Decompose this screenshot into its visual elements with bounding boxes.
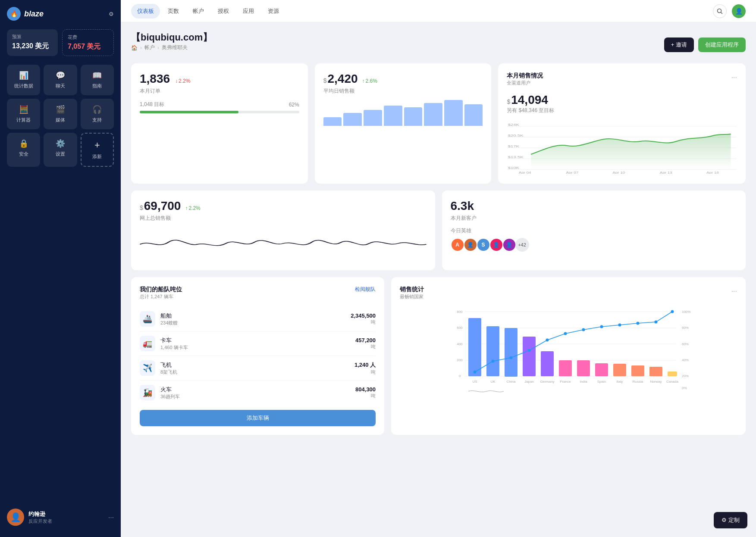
heroes-more: +42 [515, 238, 529, 252]
dot-uk [492, 360, 495, 363]
logo-area: 🔥 blaze ⚙ [7, 7, 114, 21]
new-customers-value: 6.3k [451, 199, 474, 213]
fleet-title: 我们的船队吨位 [140, 286, 182, 293]
dot-france [564, 332, 567, 335]
user-menu-icon[interactable]: ⋯ [108, 514, 114, 521]
monthly-remaining: 另有 $48,346 至目标 [507, 107, 737, 114]
wave-decoration [468, 391, 504, 392]
svg-text:$13.5K: $13.5K [508, 155, 524, 159]
train-icon: 🚂 [140, 385, 155, 400]
svg-text:40%: 40% [682, 358, 689, 362]
tab-pages[interactable]: 页数 [162, 4, 185, 19]
sales-chart-header: 销售统计 最畅销国家 ... [400, 286, 737, 300]
svg-text:200: 200 [457, 358, 463, 362]
add-label: 添新 [92, 153, 102, 160]
svg-text:Apr 04: Apr 04 [519, 171, 531, 174]
user-footer: 👤 约翰逊 反应开发者 ⋯ [7, 504, 114, 530]
svg-text:France: France [560, 380, 571, 384]
orders-value: 1,836 [140, 72, 170, 86]
sidebar-item-support[interactable]: 🎧 支持 [81, 99, 114, 129]
dot-canada [671, 310, 674, 313]
bottom-grid: 我们的船队吨位 总计 1,247 辆车 检阅舰队 🚢 船舶 234艘艘 2,34… [131, 277, 746, 435]
page-title: 【biqubiqu.com】 🏠 › 帐户 › 奥弗维耶夫 [131, 31, 212, 58]
breadcrumb-accounts: 帐户 [144, 44, 155, 51]
sidebar-item-stats[interactable]: 📊 统计数据 [7, 65, 40, 95]
user-role: 反应开发者 [28, 518, 104, 525]
svg-text:$10K: $10K [508, 166, 520, 170]
top-nav-right: 👤 [713, 4, 746, 18]
tab-resources[interactable]: 资源 [262, 4, 285, 19]
hero-1: A [451, 238, 464, 252]
logo-icon: 🔥 [7, 7, 21, 21]
tab-auth[interactable]: 授权 [212, 4, 235, 19]
dot-russia [637, 322, 640, 325]
bar-russia [631, 365, 644, 376]
sidebar-item-security[interactable]: 🔒 安全 [7, 133, 40, 167]
svg-text:UK: UK [490, 380, 496, 384]
bar-1 [323, 117, 342, 126]
media-icon: 🎬 [56, 105, 65, 114]
add-vehicle-button[interactable]: 添加车辆 [140, 410, 376, 426]
hero-2: 👤 [464, 238, 477, 252]
create-app-button[interactable]: 创建应用程序 [698, 37, 746, 52]
monthly-sales-card: 本月销售情况 全渠道用户 ... $ 14,094 另有 $48,346 至目标 [498, 63, 746, 184]
user-avatar-btn[interactable]: 👤 [732, 4, 746, 18]
sidebar-item-chat[interactable]: 💬 聊天 [44, 65, 77, 95]
tab-accounts[interactable]: 帐户 [187, 4, 210, 19]
dot-italy [618, 324, 621, 327]
mini-bar-chart [323, 100, 483, 126]
sidebar-item-settings[interactable]: ⚙️ 设置 [44, 133, 77, 167]
sidebar-item-add[interactable]: + 添新 [81, 133, 114, 167]
bar-7 [444, 100, 463, 126]
tab-apps[interactable]: 应用 [237, 4, 260, 19]
monthly-more-icon[interactable]: ... [731, 72, 737, 80]
sidebar-item-guide[interactable]: 📖 指南 [81, 65, 114, 95]
budget-value: 13,230 美元 [12, 42, 53, 51]
svg-text:Apr 07: Apr 07 [566, 171, 579, 174]
invite-button[interactable]: + 邀请 [664, 37, 694, 52]
fleet-item-train: 🚂 火车 36趟列车 804,300 吨 [140, 381, 376, 405]
dot-china [510, 356, 513, 359]
train-count: 36趟列车 [160, 393, 180, 400]
dot-norway [655, 321, 658, 324]
page-header: 【biqubiqu.com】 🏠 › 帐户 › 奥弗维耶夫 + 邀请 创建应用程… [131, 31, 746, 58]
calc-icon: 🧮 [19, 105, 28, 114]
train-value: 804,300 吨 [355, 386, 376, 399]
progress-fill [140, 111, 238, 113]
orders-change: ↓ 2.2% [175, 78, 190, 84]
bar-5 [404, 107, 423, 126]
sidebar-item-media[interactable]: 🎬 媒体 [44, 99, 77, 129]
sidebar-item-calc[interactable]: 🧮 计算器 [7, 99, 40, 129]
plane-name: 飞机 [160, 361, 177, 369]
settings-label: 设置 [56, 151, 65, 157]
bar-japan [523, 337, 536, 376]
bar-canada [668, 372, 677, 376]
logo-text: blaze [24, 9, 44, 19]
sidebar: 🔥 blaze ⚙ 预算 13,230 美元 花费 7,057 美元 📊 统计数… [0, 0, 121, 537]
daily-sales-card: $ 2,420 ↑ 2.6% 平均日销售额 [315, 63, 492, 184]
truck-count: 1,460 辆卡车 [160, 344, 188, 351]
support-label: 支持 [92, 117, 102, 123]
bar-8 [464, 104, 483, 126]
tab-dashboard[interactable]: 仪表板 [131, 4, 160, 19]
hero-4: 👤 [489, 238, 503, 252]
bar-uk [486, 326, 499, 376]
daily-sales-value: 2,420 [328, 72, 358, 86]
sidebar-settings-icon[interactable]: ⚙ [109, 11, 114, 17]
svg-text:Russia: Russia [633, 380, 643, 384]
truck-icon: 🚛 [140, 336, 155, 351]
fleet-header: 我们的船队吨位 总计 1,247 辆车 检阅舰队 [140, 286, 376, 300]
customize-button[interactable]: ⚙ 定制 [714, 512, 747, 528]
sales-stats-title: 销售统计 [400, 286, 424, 293]
sales-more-icon[interactable]: ... [731, 286, 737, 293]
bar-norway [649, 367, 662, 376]
ship-icon: 🚢 [140, 311, 155, 327]
expense-label: 花费 [68, 34, 108, 41]
search-button[interactable] [713, 4, 727, 18]
plane-count: 8架飞机 [160, 369, 177, 375]
truck-value: 457,200 吨 [355, 337, 376, 350]
orders-label: 本月订单 [140, 87, 299, 95]
svg-text:Apr 16: Apr 16 [706, 171, 719, 174]
fleet-link[interactable]: 检阅舰队 [355, 286, 376, 293]
dot-japan [528, 349, 531, 352]
